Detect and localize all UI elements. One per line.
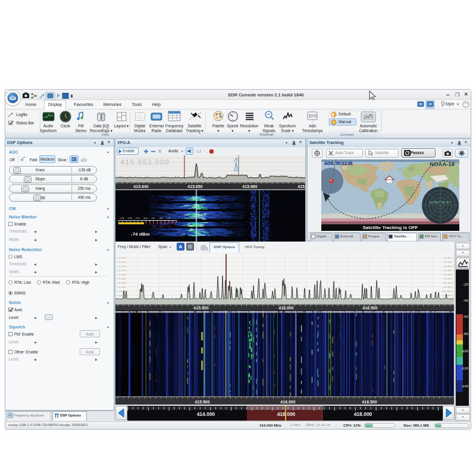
svg-text:415.500: 415.500 <box>195 400 209 404</box>
svg-text:-70 dBm: -70 dBm <box>443 277 452 280</box>
svg-text:SDR: SDR <box>10 97 16 101</box>
svg-text:-74 dBm: -74 dBm <box>131 231 150 237</box>
svg-text:-40: -40 <box>152 225 156 228</box>
svg-text:-140: -140 <box>461 384 469 388</box>
svg-text:-100 dBm: -100 dBm <box>441 290 453 293</box>
svg-text:-70 dBm: -70 dBm <box>117 277 127 280</box>
svg-text:NOAA-19: NOAA-19 <box>430 161 455 167</box>
svg-text:-90: -90 <box>151 217 155 220</box>
svg-text:-80 dBm: -80 dBm <box>443 281 452 284</box>
svg-text:-90 dBm: -90 dBm <box>117 286 127 289</box>
svg-text:415.660: 415.660 <box>242 184 257 189</box>
svg-text:-50 dBm: -50 dBm <box>443 269 452 272</box>
svg-text:-20: -20 <box>167 225 171 228</box>
svg-text:-130: -130 <box>120 217 125 220</box>
svg-text:-40 dBm: -40 dBm <box>443 265 452 268</box>
svg-text:-100: -100 <box>461 349 469 353</box>
svg-text:-80: -80 <box>463 332 468 336</box>
svg-text:-30 dBm: -30 dBm <box>117 261 127 264</box>
svg-text:-20 dBm: -20 dBm <box>443 256 452 259</box>
svg-text:-80 dBm: -80 dBm <box>117 281 127 284</box>
svg-text:415.500: 415.500 <box>193 306 208 310</box>
svg-text:416.000: 416.000 <box>280 400 295 404</box>
svg-text:-90 dBm: -90 dBm <box>443 286 452 289</box>
svg-text:-40: -40 <box>463 299 468 302</box>
svg-text:-110: -110 <box>135 217 140 220</box>
svg-text:415.640: 415.640 <box>133 184 148 189</box>
svg-text:10:0: 10:0 <box>308 114 317 118</box>
svg-text:415.650: 415.650 <box>187 184 202 189</box>
svg-text:-120: -120 <box>461 367 469 370</box>
svg-text:416.500: 416.500 <box>362 400 377 404</box>
svg-text:-40 dBm: -40 dBm <box>117 265 127 268</box>
svg-text:415.653.000: 415.653.000 <box>120 158 170 167</box>
svg-text:-60 dBm: -60 dBm <box>443 273 452 276</box>
svg-text:-60: -60 <box>463 315 468 318</box>
svg-text:-70: -70 <box>167 217 171 220</box>
svg-text:-30 dBm: -30 dBm <box>443 261 452 264</box>
svg-text:-50 dBm: -50 dBm <box>117 269 127 272</box>
svg-text:-60 dBm: -60 dBm <box>117 273 127 276</box>
svg-text:416.500: 416.500 <box>362 306 377 310</box>
svg-text:-20: -20 <box>463 283 468 286</box>
svg-text:-120: -120 <box>127 217 133 220</box>
svg-text:-110 dBm: -110 dBm <box>441 294 452 297</box>
svg-text:-100: -100 <box>143 217 148 220</box>
svg-text:416.000: 416.000 <box>278 306 293 310</box>
svg-text:415.67: 415.67 <box>298 184 305 189</box>
svg-text:-20 dBm: -20 dBm <box>117 256 127 259</box>
svg-text:AOS: 00:31:33: AOS: 00:31:33 <box>324 161 353 165</box>
svg-text:-30: -30 <box>159 225 164 228</box>
svg-text:-80: -80 <box>159 217 163 220</box>
